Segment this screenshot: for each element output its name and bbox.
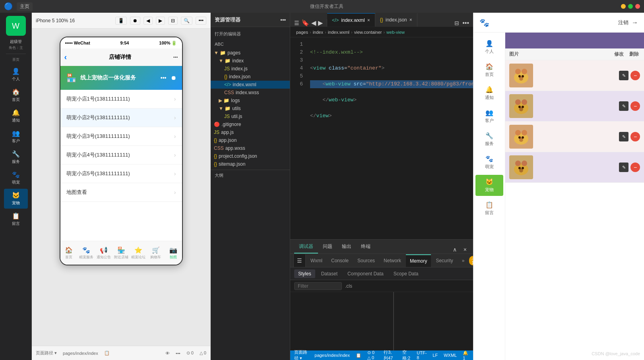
tab-index-json[interactable]: {} index.json × [375, 13, 417, 27]
wxml-tab-close[interactable]: × [367, 17, 370, 23]
nav-fwd-icon[interactable]: ▶ [318, 19, 323, 27]
file-app-js[interactable]: JS app.js [211, 128, 290, 136]
devtools-tab-sources[interactable]: Sources [353, 254, 379, 267]
devtools-tab-security[interactable]: Security [432, 254, 457, 267]
content-tab-dataset[interactable]: Dataset [317, 269, 341, 278]
device-select[interactable]: iPhone 5 100% 16 [36, 18, 75, 23]
split-editor-btn[interactable]: ⊟ [454, 20, 459, 26]
admin-nav-notify[interactable]: 🔔 通知 [475, 83, 503, 104]
nav-cart[interactable]: 🛒 购物车 [147, 241, 165, 265]
breadcrumb-view-container[interactable]: view.container [354, 30, 382, 35]
maximize-btn[interactable] [628, 4, 633, 9]
forward-btn[interactable]: ▶ [156, 17, 165, 25]
close-btn[interactable] [635, 4, 640, 9]
sidebar-item-mengchong[interactable]: 🐾 萌宠 [4, 168, 28, 188]
more-dots[interactable]: ··· [173, 54, 178, 60]
folder-logs[interactable]: ▶ 📁 logs [211, 97, 290, 105]
filter-input[interactable] [294, 282, 342, 290]
file-util-js[interactable]: JS util.js [211, 112, 290, 120]
file-index-wxml[interactable]: </> index.wxml [211, 81, 290, 89]
nav-photo[interactable]: 📷 拍照 [165, 241, 182, 265]
edit-btn-2[interactable]: ✎ [619, 101, 628, 111]
edit-btn-1[interactable]: ✎ [619, 71, 628, 80]
folder-pages[interactable]: ▼ 📁 pages [211, 49, 290, 57]
back-btn[interactable]: ◀ [144, 17, 153, 25]
bell-icon[interactable]: 🔔 1 [463, 350, 469, 360]
sidebar-item-notification[interactable]: 🔔 通知 [4, 106, 28, 126]
eye-icon[interactable]: 👁 [165, 351, 170, 356]
more-btn[interactable]: ••• [196, 17, 206, 25]
record-btn[interactable]: ⏺ [130, 17, 140, 25]
open-editors-section[interactable]: 打开的编辑器 [211, 29, 290, 39]
sidebar-item-service[interactable]: 🔧 服务 [4, 147, 28, 167]
debug-tab-terminal[interactable]: 终端 [356, 240, 375, 254]
code-content[interactable]: <!--index.wxml--> <view class="container… [306, 37, 473, 239]
outline-section[interactable]: 大纲 [211, 170, 290, 181]
copy-icon[interactable]: 📋 [104, 350, 110, 356]
main-menu-btn[interactable]: 主页 [17, 2, 33, 11]
admin-nav-message[interactable]: 📋 留言 [475, 198, 503, 219]
back-arrow[interactable]: ‹ [64, 52, 67, 62]
file-index-js[interactable]: JS index.js [211, 65, 290, 73]
map-view-item[interactable]: 地图查看 › [60, 183, 182, 202]
folder-index[interactable]: ▼ 📁 index [211, 57, 290, 65]
devtools-tab-wxml[interactable]: Wxml [306, 254, 326, 267]
sidebar-item-home[interactable]: 🏠 首页 [4, 85, 28, 105]
nav-pet-service[interactable]: 🐾 精宠服务 [78, 241, 95, 265]
nav-home[interactable]: 🏠 首页 [60, 241, 78, 265]
options-btn[interactable]: ••• [176, 351, 180, 356]
file-index-wxss[interactable]: CSS index.wxss [211, 89, 290, 97]
admin-nav-mengchong[interactable]: 🐾 萌宠 [475, 152, 503, 173]
edit-btn-4[interactable]: ✎ [619, 163, 628, 172]
delete-btn-1[interactable]: − [630, 71, 640, 80]
explorer-more[interactable]: ••• [280, 17, 286, 23]
sidebar-item-personal[interactable]: 👤 个人 [4, 65, 28, 85]
tab-index-wxml[interactable]: </> index.wxml × [327, 13, 375, 27]
breadcrumb-index[interactable]: index [313, 30, 323, 35]
devtools-tab-network[interactable]: Network [380, 254, 405, 267]
edit-btn-3[interactable]: ✎ [619, 132, 628, 141]
admin-nav-personal[interactable]: 👤 个人 [475, 37, 503, 58]
nav-nearby[interactable]: 🏪 附近店铺 [113, 241, 130, 265]
content-tab-component-data[interactable]: Component Data [343, 269, 388, 278]
nav-back-icon[interactable]: ◀ [311, 19, 316, 27]
content-tab-scope-data[interactable]: Scope Data [390, 269, 423, 278]
folder-utils[interactable]: ▼ 📁 utils [211, 105, 290, 112]
layout-btn[interactable]: ⊟ [168, 17, 178, 25]
sidebar-item-customer[interactable]: 👥 客户 [4, 127, 28, 147]
admin-nav-home[interactable]: 🏠 首页 [475, 60, 503, 81]
language-mode[interactable]: WXML [444, 353, 457, 358]
admin-nav-customer[interactable]: 👥 客户 [475, 106, 503, 127]
json-tab-close[interactable]: × [409, 17, 412, 23]
debug-close-btn[interactable]: × [461, 246, 469, 254]
devtools-sidebar-btn[interactable]: ☰ [293, 254, 306, 267]
admin-nav-pet-active[interactable]: 🐱 宠物 [475, 175, 503, 196]
breadcrumb-web-view[interactable]: web-view [386, 30, 405, 35]
shop-item-2[interactable]: 萌宠小店2号(13811111111) › [60, 108, 182, 127]
content-tab-styles[interactable]: Styles [294, 269, 315, 278]
debug-tab-issues[interactable]: 问题 [318, 240, 337, 254]
delete-btn-4[interactable]: − [630, 163, 640, 172]
search-btn[interactable]: 🔍 [181, 17, 192, 25]
breadcrumb-pages[interactable]: pages [296, 30, 308, 35]
breadcrumb-index-wxml[interactable]: index.wxml [328, 30, 349, 35]
editor-more-btn[interactable]: ••• [462, 19, 469, 27]
page-path-label[interactable]: 页面路径 ▾ [294, 349, 308, 360]
nav-forum[interactable]: ⭐ 精宠论坛 [130, 241, 147, 265]
debug-tab-output[interactable]: 输出 [337, 240, 356, 254]
nav-notice[interactable]: 📢 通知公告 [95, 241, 113, 265]
devtools-tab-memory[interactable]: Memory [406, 254, 431, 267]
minimize-btn[interactable] [621, 4, 626, 9]
file-app-json[interactable]: {} app.json [211, 136, 290, 144]
delete-btn-2[interactable]: − [630, 101, 640, 111]
file-app-wxss[interactable]: CSS app.wxss [211, 144, 290, 152]
file-gitignore[interactable]: 🔴 .gitignore [211, 120, 290, 128]
sidebar-item-pet[interactable]: 🐱 宠物 [4, 189, 28, 209]
bookmark-icon[interactable]: 🔖 [301, 19, 309, 27]
collapse-icon[interactable]: ☰ [294, 20, 299, 26]
shop-item-1[interactable]: 萌宠小店1号(13811111111) › [60, 90, 182, 108]
shop-item-5[interactable]: 萌宠小店5号(13811111111) › [60, 165, 182, 183]
debug-tab-debugger[interactable]: 调试器 [294, 240, 318, 254]
file-index-json[interactable]: {} index.json [211, 73, 290, 81]
delete-btn-3[interactable]: − [630, 132, 640, 141]
